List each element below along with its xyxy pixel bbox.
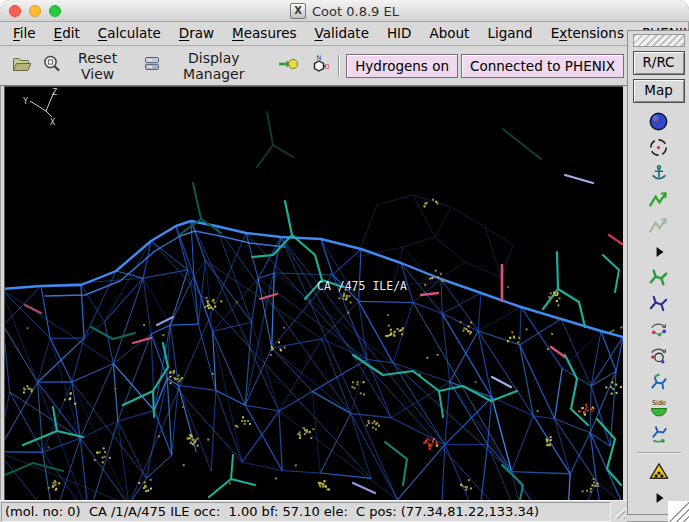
svg-text:O: O: [325, 63, 330, 71]
reset-view-label: Reset View: [68, 50, 127, 82]
rotamers-icon[interactable]: [643, 292, 675, 316]
title-wrap: X Coot 0.8.9 EL: [0, 0, 689, 22]
green-arrow-ball-icon: [277, 55, 299, 76]
menu-file[interactable]: File: [4, 22, 45, 45]
svg-text:Z: Z: [52, 87, 57, 97]
x11-icon: X: [290, 3, 306, 19]
flip-sidechain-180-icon[interactable]: Side: [643, 396, 675, 420]
atom-label: CA /475 ILE/A: [317, 279, 407, 293]
menu-calculate[interactable]: Calculate: [89, 22, 170, 45]
gl-viewport[interactable]: ZYXCA /475 ILE/A: [4, 86, 623, 501]
window-title: Coot 0.8.9 EL: [312, 4, 399, 19]
phenix-connection-badge[interactable]: Connected to PHENIX: [461, 54, 624, 78]
menu-draw[interactable]: Draw: [170, 22, 223, 45]
reset-view-button[interactable]: Reset View: [37, 48, 132, 84]
menu-validate[interactable]: Validate: [306, 22, 378, 45]
open-coordinates-button[interactable]: [7, 54, 37, 78]
menu-edit[interactable]: Edit: [45, 22, 89, 45]
menu-ligand[interactable]: Ligand: [478, 22, 541, 45]
edit-chi-angles-icon[interactable]: [643, 370, 675, 394]
toolbar: Reset View Display Manager NO Hydrogens …: [0, 46, 627, 86]
rotate-translate-icon[interactable]: [643, 318, 675, 342]
toolbar-drag-handle[interactable]: [633, 34, 685, 47]
menu-extensions[interactable]: Extensions: [542, 22, 633, 45]
ligand-builder-button[interactable]: NO: [305, 52, 334, 79]
ligand-icon: NO: [310, 54, 329, 77]
auto-fit-rotamer-icon[interactable]: [643, 266, 675, 290]
map-button[interactable]: Map: [633, 79, 685, 103]
regularize-zone-icon[interactable]: [643, 214, 675, 238]
sidebar-separator: [637, 452, 681, 454]
svg-text:Side: Side: [651, 398, 665, 406]
svg-text:Y: Y: [23, 96, 28, 106]
status-frame: (mol. no: 0) CA /1/A/475 ILE occ: 1.00 b…: [1, 502, 611, 522]
window-resize-grip[interactable]: [668, 501, 689, 522]
mutate-residue-icon[interactable]: [643, 460, 675, 484]
sphere-refine-icon[interactable]: [643, 110, 675, 134]
toolbar-separator: [338, 55, 340, 77]
statusbar: (mol. no: 0) CA /1/A/475 ILE occ: 1.00 b…: [0, 500, 627, 522]
display-manager-button[interactable]: Display Manager: [138, 48, 265, 84]
expand-more-icon[interactable]: [643, 240, 675, 264]
sidebar-icon-stack: Side: [628, 107, 689, 514]
menubar: FileEditCalculateDrawMeasuresValidateHID…: [0, 22, 627, 46]
real-space-refine-icon[interactable]: [643, 188, 675, 212]
hydrogens-status-badge[interactable]: Hydrogens on: [346, 54, 458, 78]
torsion-general-icon[interactable]: [643, 422, 675, 446]
display-manager-icon: [143, 55, 161, 76]
menu-measures[interactable]: Measures: [223, 22, 305, 45]
recentre-target-icon[interactable]: [643, 136, 675, 160]
titlebar[interactable]: X Coot 0.8.9 EL: [0, 0, 689, 22]
statusbar-grip[interactable]: [611, 505, 625, 519]
folder-icon: [12, 56, 32, 76]
display-manager-label: Display Manager: [167, 50, 260, 82]
menu-hid[interactable]: HID: [378, 22, 421, 45]
right-toolbar: R/RC Map Side: [627, 30, 689, 515]
refine-regularize-control-button[interactable]: R/RC: [633, 51, 685, 75]
status-text: (mol. no: 0) CA /1/A/475 ILE occ: 1.00 b…: [2, 504, 539, 519]
anchor-fix-atoms-icon[interactable]: [643, 162, 675, 186]
menu-about[interactable]: About: [420, 22, 478, 45]
rotate-zone-icon[interactable]: [643, 344, 675, 368]
coot-window: X Coot 0.8.9 EL FileEditCalculateDrawMea…: [0, 0, 689, 522]
magnifier-icon: [42, 54, 62, 77]
svg-text:X: X: [50, 117, 56, 127]
molecular-scene[interactable]: ZYXCA /475 ILE/A: [5, 87, 623, 501]
go-to-atom-button[interactable]: [272, 53, 304, 78]
